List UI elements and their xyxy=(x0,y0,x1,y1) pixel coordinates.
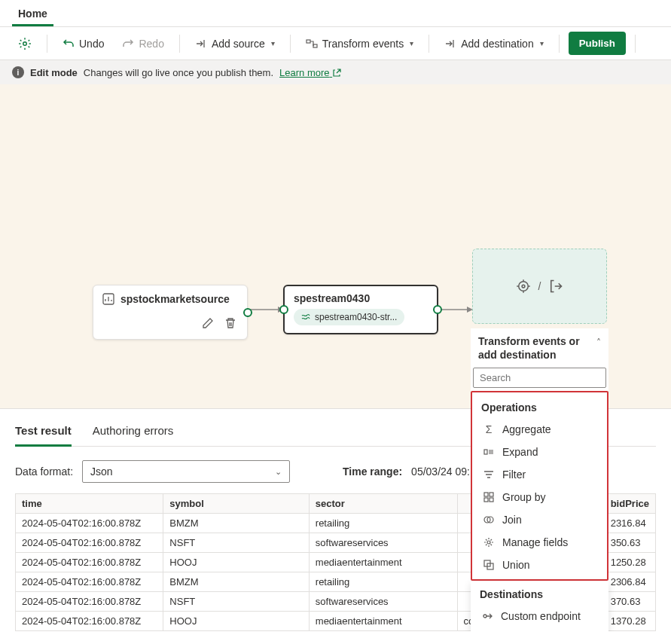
cell-sector: softwareservices xyxy=(309,592,457,612)
svg-rect-13 xyxy=(484,498,488,502)
port-out[interactable] xyxy=(433,305,442,314)
data-format-value: Json xyxy=(90,465,113,478)
destinations-heading: Destinations xyxy=(471,584,608,605)
publish-button[interactable]: Publish xyxy=(569,32,626,55)
transform-icon xyxy=(306,38,318,50)
op-managefields-label: Manage fields xyxy=(502,536,568,548)
delete-node-button[interactable] xyxy=(223,316,238,331)
add-source-button[interactable]: Add source ▾ xyxy=(189,33,281,54)
endpoint-icon xyxy=(481,610,493,622)
edit-mode-label: Edit mode xyxy=(30,67,78,78)
cell-symbol: NSFT xyxy=(163,533,309,553)
separator xyxy=(290,35,291,53)
add-destination-button[interactable]: Add destination ▾ xyxy=(438,33,550,54)
svg-rect-12 xyxy=(490,493,493,496)
filter-icon xyxy=(483,469,495,481)
op-filter[interactable]: Filter xyxy=(472,463,607,486)
separator xyxy=(559,35,560,53)
chevron-down-icon: ▾ xyxy=(271,39,275,47)
svg-rect-2 xyxy=(313,44,317,47)
transform-dropdown-panel: Transform events or add destination ˄ Op… xyxy=(471,328,608,631)
op-managefields[interactable]: Manage fields xyxy=(472,531,607,554)
edit-node-button[interactable] xyxy=(200,316,215,331)
port-out[interactable] xyxy=(243,308,252,317)
expand-icon xyxy=(483,446,495,458)
time-range-label: Time range: xyxy=(343,465,402,478)
op-union-label: Union xyxy=(502,559,530,571)
pencil-icon xyxy=(202,317,214,329)
cell-time: 2024-05-04T02:16:00.878Z xyxy=(16,592,163,612)
cell-bidPrice: 1370.28 xyxy=(604,612,655,631)
chevron-down-icon: ⌄ xyxy=(275,467,282,477)
op-filter-label: Filter xyxy=(502,469,526,481)
node-source-header: spstockmarketsource xyxy=(102,293,238,305)
op-expand[interactable]: Expand xyxy=(472,441,607,463)
col-symbol[interactable]: symbol xyxy=(163,494,309,514)
undo-icon xyxy=(63,38,75,50)
op-expand-label: Expand xyxy=(502,446,538,458)
dropdown-search-input[interactable] xyxy=(473,368,606,388)
redo-icon xyxy=(122,38,134,50)
cell-bidPrice: 2306.84 xyxy=(604,572,655,592)
op-aggregate-label: Aggregate xyxy=(502,423,551,435)
data-format-select[interactable]: Json ⌄ xyxy=(82,460,290,483)
cell-bidPrice: 2316.84 xyxy=(604,514,655,533)
node-stream[interactable]: spestream0430 spestream0430-str... xyxy=(283,285,438,334)
cell-symbol: BMZM xyxy=(163,514,309,533)
redo-button[interactable]: Redo xyxy=(116,33,169,54)
svg-point-17 xyxy=(487,541,490,544)
cell-bidPrice: 370.63 xyxy=(604,592,655,612)
info-icon: i xyxy=(12,66,24,78)
chart-icon xyxy=(102,293,114,305)
edge-source-stream xyxy=(248,302,284,317)
transform-events-label: Transform events xyxy=(322,38,404,50)
svg-point-20 xyxy=(483,615,486,618)
port-in[interactable] xyxy=(279,305,288,314)
dropdown-header[interactable]: Transform events or add destination ˄ xyxy=(471,328,608,368)
join-icon xyxy=(483,514,495,526)
op-groupby[interactable]: Group by xyxy=(472,486,607,508)
dest-custom-endpoint[interactable]: Custom endpoint xyxy=(471,605,608,627)
redo-label: Redo xyxy=(139,38,163,50)
add-destination-icon xyxy=(444,38,456,50)
svg-rect-10 xyxy=(484,450,487,454)
tab-home[interactable]: Home xyxy=(12,3,53,26)
undo-label: Undo xyxy=(79,38,104,50)
node-destination-placeholder[interactable]: / xyxy=(472,249,607,324)
transform-gear-icon xyxy=(516,279,531,294)
tab-test-result[interactable]: Test result xyxy=(15,418,72,447)
edit-mode-desc: Changes will go live once you publish th… xyxy=(84,67,273,78)
transform-events-button[interactable]: Transform events ▾ xyxy=(300,33,419,54)
groupby-icon xyxy=(483,491,495,503)
trash-icon xyxy=(224,317,236,329)
svg-rect-1 xyxy=(307,40,310,43)
separator xyxy=(47,35,47,53)
cell-sector: mediaentertainment xyxy=(309,612,457,631)
operations-section: Operations Σ Aggregate Expand Filter Gro… xyxy=(471,391,608,581)
op-union[interactable]: Union xyxy=(472,554,607,576)
col-bidprice[interactable]: bidPrice xyxy=(604,494,655,514)
flow-canvas[interactable]: spstockmarketsource spestream0430 spestr… xyxy=(0,84,671,408)
learn-more-text: Learn more xyxy=(279,67,329,78)
settings-gear-button[interactable] xyxy=(12,32,38,55)
col-time[interactable]: time xyxy=(16,494,163,514)
learn-more-link[interactable]: Learn more xyxy=(279,67,341,78)
union-icon xyxy=(483,559,495,571)
dest-lakehouse[interactable]: Lakehouse xyxy=(471,627,608,631)
tab-authoring-errors[interactable]: Authoring errors xyxy=(93,418,174,446)
cell-symbol: HOOJ xyxy=(163,612,309,631)
data-format-label: Data format: xyxy=(15,465,73,478)
external-link-icon xyxy=(332,69,341,78)
cell-bidPrice: 350.63 xyxy=(604,533,655,553)
chevron-up-icon: ˄ xyxy=(596,334,601,348)
op-join[interactable]: Join xyxy=(472,508,607,531)
cell-sector: softwareservices xyxy=(309,533,457,553)
slash-divider: / xyxy=(538,280,541,292)
node-source[interactable]: spstockmarketsource xyxy=(93,285,248,340)
stream-pill[interactable]: spestream0430-str... xyxy=(294,309,404,325)
cell-sector: mediaentertainment xyxy=(309,553,457,572)
sigma-icon: Σ xyxy=(483,423,495,435)
op-aggregate[interactable]: Σ Aggregate xyxy=(472,418,607,441)
undo-button[interactable]: Undo xyxy=(56,33,110,54)
col-sector[interactable]: sector xyxy=(309,494,457,514)
